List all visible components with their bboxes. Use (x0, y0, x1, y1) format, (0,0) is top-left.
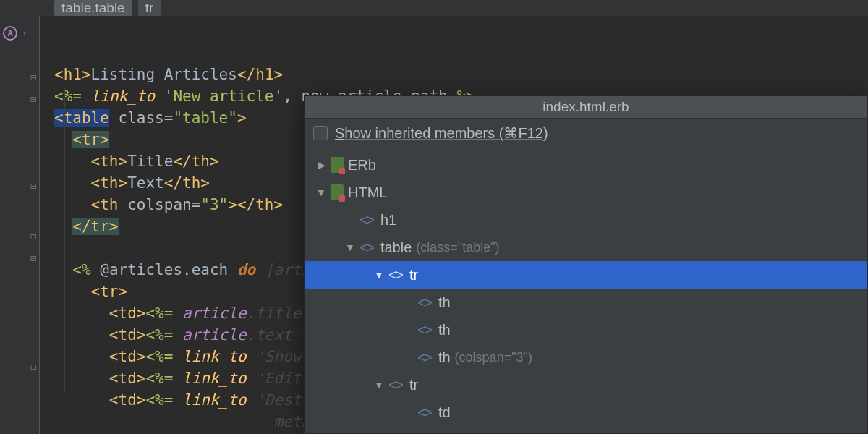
tree-node-th[interactable]: < > th (305, 289, 867, 316)
code-token: <th (91, 196, 119, 213)
fold-toggle[interactable]: ⊟ (28, 362, 38, 372)
code-token: <%= (145, 391, 173, 409)
tree-node-label: th (438, 294, 451, 311)
breadcrumb-item[interactable]: table.table (54, 0, 132, 16)
tag-icon: < > (417, 404, 430, 421)
code-token: @articles.each (100, 261, 228, 278)
tree-node-attr: (class="table") (416, 240, 499, 255)
tree-node-th[interactable]: < > th (colspan="3") (305, 344, 867, 371)
fold-toggle[interactable]: ⊟ (28, 94, 38, 104)
code-token: Text (127, 174, 164, 192)
tree-node-label: tr (409, 267, 418, 284)
breadcrumb-bar: table.table tr (0, 0, 868, 16)
disclosure-down-icon[interactable]: ▼ (345, 242, 355, 253)
file-icon (331, 157, 344, 173)
tree-node-td[interactable]: < > td (305, 426, 867, 433)
code-token: </tr> (72, 218, 118, 235)
tag-icon: < > (417, 349, 430, 366)
tag-icon: < > (417, 322, 430, 339)
code-token: <%= (54, 88, 82, 105)
tag-icon: < > (359, 239, 372, 256)
disclosure-down-icon[interactable]: ▼ (316, 187, 326, 198)
disclosure-down-icon[interactable]: ▼ (374, 379, 384, 391)
code-token: </h1> (237, 66, 283, 83)
tree-node-tr[interactable]: ▼< > tr (305, 261, 867, 289)
tree-node-attr: (colspan="3") (455, 350, 532, 365)
tree-node-td[interactable]: < > td (305, 399, 867, 426)
code-token: <h1> (54, 66, 91, 83)
show-inherited-option[interactable]: Show inherited members (⌘F12) (305, 119, 867, 148)
code-token: <th> (91, 174, 128, 192)
code-token: ></th> (228, 196, 283, 213)
code-token: <%= (145, 348, 173, 365)
code-token: class= (119, 109, 174, 127)
tree-node-label: h1 (380, 212, 396, 229)
code-token: <td> (109, 326, 146, 344)
checkbox-icon[interactable] (313, 126, 328, 140)
annotation-badge[interactable]: A (3, 26, 17, 41)
code-token: 'New article' (164, 88, 283, 105)
show-inherited-label: Show inherited members (⌘F12) (335, 124, 548, 142)
code-token: <td> (109, 391, 146, 409)
code-token: > (237, 109, 247, 127)
code-token: </th> (173, 153, 218, 170)
fold-toggle[interactable]: ⊟ (28, 72, 38, 82)
code-token: link_to (91, 88, 156, 105)
file-structure-popup: index.html.erb Show inherited members (⌘… (304, 95, 868, 434)
disclosure-right-icon[interactable]: ▶ (316, 159, 326, 171)
code-token: 'Show' (255, 348, 310, 365)
code-token: <table (54, 109, 109, 127)
tree-node-label: HTML (348, 184, 387, 201)
code-token: Title (127, 153, 173, 170)
tree-node-label: td (438, 432, 451, 434)
tree-node-label: ERb (348, 157, 376, 174)
tree-node-HTML[interactable]: ▼ HTML (305, 179, 867, 206)
tag-icon: < > (388, 267, 401, 284)
fold-toggle[interactable]: ⊟ (28, 231, 38, 242)
breadcrumb-item[interactable]: tr (138, 0, 161, 16)
code-token: "3" (200, 196, 228, 213)
code-token: "table" (173, 109, 237, 127)
tree-node-h1[interactable]: < > h1 (305, 206, 867, 234)
tag-icon: < > (388, 377, 401, 393)
tree-node-label: table (380, 239, 412, 256)
tree-node-th[interactable]: < > th (305, 316, 867, 344)
code-token: <th> (91, 153, 128, 170)
code-token: <td> (109, 305, 146, 322)
tree-node-label: th (438, 322, 451, 339)
structure-tree[interactable]: ▶ ERb▼ HTML< > h1▼< > table (class="tabl… (305, 148, 867, 433)
code-token: Listing Articles (91, 66, 237, 83)
tag-icon: < > (417, 294, 430, 311)
tree-node-label: tr (409, 377, 418, 393)
tree-node-label: td (438, 404, 451, 421)
fold-toggle[interactable]: ⊟ (28, 253, 38, 263)
code-token: link_to (182, 391, 247, 409)
code-token: <tr> (91, 283, 128, 300)
popup-title: index.html.erb (305, 96, 867, 119)
code-token: do (237, 261, 255, 278)
fold-toggle[interactable]: ⊟ (28, 181, 38, 191)
disclosure-down-icon[interactable]: ▼ (374, 269, 384, 281)
code-token: <%= (145, 370, 173, 387)
code-token: colspan= (127, 196, 200, 213)
editor-gutter: A ↑ ⊟ ⊟ ⊟ ⊟ ⊟ ⊟ (0, 16, 40, 434)
code-token: link_to (182, 370, 247, 387)
indent-guide (64, 88, 65, 392)
tag-icon: < > (417, 432, 430, 434)
file-icon (331, 184, 344, 200)
code-token: link_to (182, 348, 247, 365)
up-arrow-icon[interactable]: ↑ (17, 26, 32, 41)
code-token: <%= (145, 305, 173, 322)
tree-node-tr[interactable]: ▼< > tr (305, 371, 867, 399)
code-token: article (182, 326, 247, 344)
code-token: 'Edit' (255, 370, 310, 387)
code-token: </th> (164, 174, 210, 192)
tag-icon: < > (359, 212, 372, 229)
tree-node-table[interactable]: ▼< > table (class="table") (305, 234, 867, 261)
code-token: <td> (109, 370, 146, 387)
code-token: article (182, 305, 247, 322)
code-token: <tr> (72, 131, 109, 148)
tree-node-label: th (438, 349, 451, 366)
code-token: <% (72, 261, 90, 278)
tree-node-ERb[interactable]: ▶ ERb (305, 151, 867, 179)
